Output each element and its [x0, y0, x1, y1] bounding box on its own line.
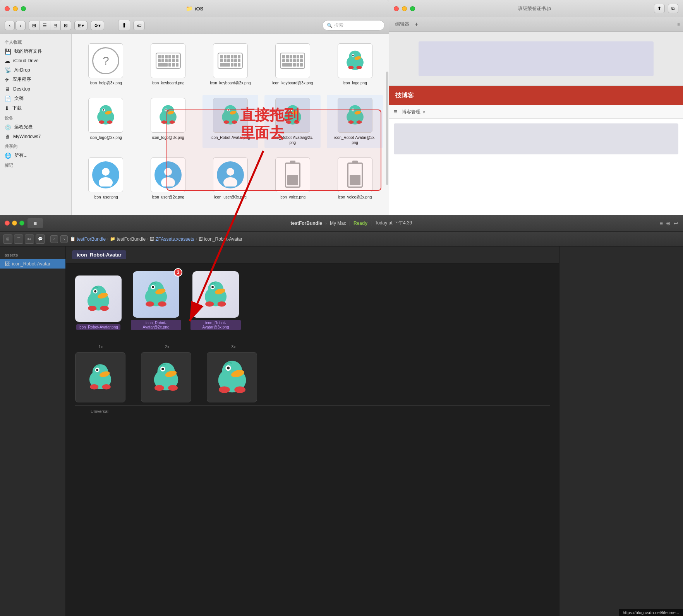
slot-box-2x[interactable] [141, 352, 191, 402]
shared-section-title: 共享的 [0, 141, 71, 151]
xcode-maximize[interactable] [19, 221, 24, 226]
xcode-return-btn[interactable]: ↩ [674, 220, 678, 226]
back-button[interactable]: ‹ [5, 21, 15, 30]
browser-share-btn[interactable]: ⬆ [654, 4, 665, 13]
svg-point-71 [218, 301, 227, 307]
bc-folder1[interactable]: testForBundle [117, 236, 146, 242]
file-item-help[interactable]: ? icon_help@3x.png [78, 40, 134, 89]
forward-button[interactable]: › [15, 21, 26, 30]
sidebar-item-icloud[interactable]: ☁ iCloud Drive [0, 56, 71, 65]
xcode-body: assets 🖼 icon_Robot-Avatar icon_Robot-Av… [0, 246, 683, 616]
xcode-back-btn[interactable]: ‹ [50, 235, 58, 243]
slot-box-3x[interactable] [207, 352, 257, 402]
xcode-grid-btn[interactable]: ⊞ [3, 234, 12, 244]
file-item-logo2x[interactable]: icon_logo@2x.png [78, 95, 134, 148]
svg-point-76 [96, 369, 98, 371]
sidebar-item-documents[interactable]: 📄 文稿 [0, 94, 71, 103]
slot-label-2x: 2x [165, 344, 170, 349]
bird-svg-2 [92, 102, 119, 129]
sidebar-item-desktop[interactable]: 🖥 Desktop [0, 84, 71, 94]
xcode-target-label: My Mac [330, 221, 346, 226]
sidebar-item-airdrop[interactable]: 📡 AirDrop [0, 65, 71, 75]
browser-menu-editor[interactable]: 编辑器 [392, 21, 412, 27]
xcode-minimize[interactable] [12, 221, 17, 226]
xcode-sidebar-icon-robot-avatar[interactable]: 🖼 icon_Robot-Avatar [0, 259, 65, 269]
browser-toolbar-lines[interactable]: ≡ [677, 22, 680, 27]
maximize-button[interactable] [21, 6, 26, 11]
scrollbar[interactable] [386, 72, 388, 185]
tag-button[interactable]: 🏷 [133, 21, 145, 30]
browser-copy-btn[interactable]: ⧉ [668, 4, 678, 13]
close-button[interactable] [5, 6, 10, 11]
xcode-asset-editor: icon_Robot-Avatar [66, 246, 559, 616]
sidebar-item-mywindows[interactable]: 🖥 MyWindows7 [0, 132, 71, 141]
sidebar-item-applications[interactable]: ✈ 应用程序 [0, 75, 71, 84]
sidebar-item-remote-disk[interactable]: 💿 远程光盘 [0, 122, 71, 132]
file-name-keyboard1: icon_keyboard.png [152, 80, 185, 86]
blog-menu-icon[interactable]: ≡ [394, 108, 397, 115]
sidebar-item-all-files-label: 我的所有文件 [14, 48, 42, 55]
share-button[interactable]: ⬆ [118, 20, 130, 31]
column-view-button[interactable]: ⊟ [50, 21, 60, 30]
file-item-keyboard1[interactable]: icon_keyboard.png [140, 40, 196, 89]
file-thumb-keyboard3 [275, 43, 310, 78]
sidebar-item-icloud-label: iCloud Drive [13, 58, 38, 63]
xcode-forward-btn[interactable]: › [60, 235, 68, 243]
browser-image-area [389, 32, 683, 86]
sidebar-item-downloads[interactable]: ⬇ 下载 [0, 103, 71, 113]
xcode-close[interactable] [5, 221, 10, 226]
xcode-tag-btn[interactable]: 🏷 [25, 234, 34, 244]
devices-section-title: 设备 [0, 113, 71, 122]
xcode-stop-btn[interactable]: ⏹ [27, 218, 43, 228]
browser-panel: 班级荣誉证书.jp ⬆ ⧉ 编辑器 + ≡ 技博客 ≡ 博客管理 ∨ [389, 0, 683, 215]
browser-minimize[interactable] [402, 6, 407, 11]
bc-sep2: › [147, 237, 148, 241]
group-button[interactable]: ⊞▾ [74, 21, 88, 30]
svg-point-77 [90, 384, 99, 390]
xcode-list-btn[interactable]: ☰ [14, 234, 23, 244]
dropped-thumb-2x: 3 [133, 271, 179, 318]
nav-buttons: ‹ › [5, 21, 26, 30]
slot-box-1x[interactable] [75, 352, 125, 402]
xcode-titlebar: ⏹ testForBundle › My Mac | Ready | Today… [0, 215, 683, 232]
bc-asset-name[interactable]: icon_Robot-Avatar [204, 236, 242, 242]
bc-xcassets[interactable]: ZFAssets.xcassets [155, 236, 194, 242]
sidebar-item-all-shared[interactable]: 🌐 所有... [0, 151, 71, 160]
file-item-keyboard2[interactable]: icon_keyboard@2x.png [202, 40, 259, 89]
browser-menu-plus[interactable]: + [415, 21, 418, 28]
svg-point-18 [165, 109, 167, 111]
minimize-button[interactable] [13, 6, 18, 11]
slot-bird-2x [147, 358, 185, 397]
file-item-user[interactable]: icon_user.png [78, 154, 134, 203]
action-button[interactable]: ⚙▾ [91, 21, 104, 30]
search-icon: 🔍 [327, 23, 333, 28]
sidebar-item-all-files[interactable]: 💾 我的所有文件 [0, 46, 71, 56]
svg-point-56 [88, 306, 97, 311]
file-item-logo[interactable]: icon_logo.png [327, 40, 383, 89]
back-icon: ‹ [9, 23, 10, 28]
bc-project[interactable]: testForBundle [77, 236, 106, 242]
bottom-url-bar: https://blog.csdn.net/lifetime... [619, 609, 683, 616]
finder-main-content: ? icon_help@3x.png icon_keyboard.png [72, 34, 389, 222]
browser-red-bar: 技博客 [389, 86, 683, 105]
browser-title-text: 班级荣誉证书.jp [418, 5, 651, 12]
folder-icon: 📁 [186, 5, 192, 12]
dropped-file-3x: icon_Robot-Avatar@3x.png [190, 271, 241, 330]
list-view-button[interactable]: ☰ [39, 21, 50, 30]
file-name-user3x: icon_user@3x.png [214, 195, 247, 200]
slots-header: 1x 2x 3x [75, 344, 550, 349]
icon-view-button[interactable]: ⊞ [29, 21, 39, 30]
xcode-comment-btn[interactable]: 💬 [36, 234, 45, 244]
file-name-logo2x: icon_logo@2x.png [90, 135, 122, 140]
blog-menu-management[interactable]: 博客管理 ∨ [402, 109, 426, 115]
xcode-align-btn[interactable]: ≡ [660, 220, 663, 226]
browser-close[interactable] [394, 6, 399, 11]
search-box[interactable]: 🔍 搜索 [323, 20, 384, 31]
cover-view-button[interactable]: ⊠ [60, 21, 71, 30]
browser-maximize[interactable] [410, 6, 415, 11]
keyboard-icon-3 [280, 53, 305, 69]
desktop-icon: 🖥 [5, 86, 10, 92]
xcode-link-btn[interactable]: ⊕ [666, 220, 671, 226]
forward-icon: › [20, 23, 21, 28]
file-item-keyboard3[interactable]: icon_keyboard@3x.png [264, 40, 321, 89]
